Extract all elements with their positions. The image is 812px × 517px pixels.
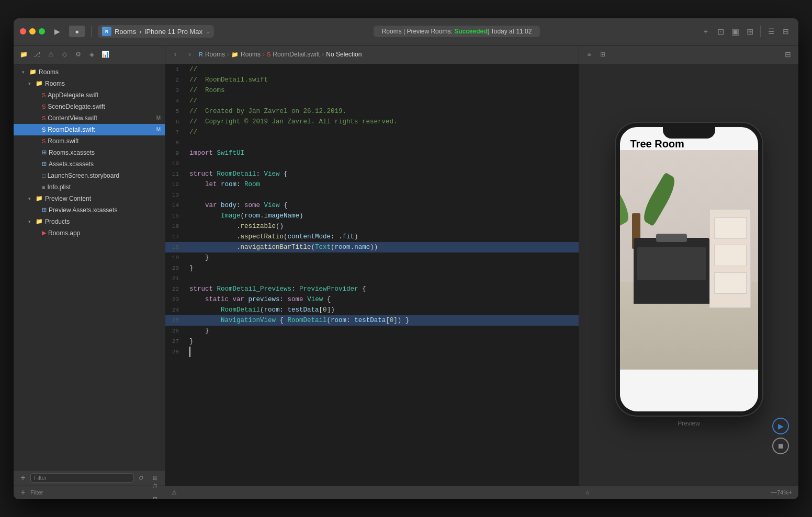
preview-panel: ≡ ⊞ ⊟ Tree Room	[579, 45, 798, 486]
zoom-minus-button[interactable]: —	[771, 489, 777, 496]
run-button[interactable]: ▶	[49, 26, 65, 37]
preview-controls: ▶ ⏹	[772, 418, 789, 454]
sidebar-folder-icon-button[interactable]: 📁	[18, 49, 29, 60]
preview-inspector-button[interactable]: ⊟	[782, 48, 794, 61]
sidebar-item-roomdetail[interactable]: S RoomDetail.swift M	[14, 124, 165, 135]
sidebar-vcb-button[interactable]: ⎇	[31, 49, 43, 60]
stop-button[interactable]: ■	[69, 26, 85, 37]
xcassets-icon: ⊞	[42, 160, 47, 167]
preview-grid-button[interactable]: ⊞	[597, 49, 608, 60]
bottom-history-button[interactable]: ⏱	[149, 480, 161, 492]
phone-screen: Tree Room	[620, 127, 758, 411]
bottom-left: + Filter ⏱ ⊞	[14, 480, 165, 499]
sidebar-item-infoplist[interactable]: ≡ Info.plist	[14, 181, 165, 193]
sidebar-item-label: Rooms	[45, 80, 65, 87]
sidebar-item-contentview[interactable]: S ContentView.swift M	[14, 112, 165, 124]
code-line-9: 9 import SwiftUI	[165, 148, 579, 158]
code-line-26: 26 }	[165, 326, 579, 336]
sofa-cushion	[656, 234, 686, 242]
bottom-add-button[interactable]: +	[18, 487, 28, 498]
sidebar-item-label: Preview Assets.xcassets	[49, 206, 117, 214]
breadcrumb-item-2[interactable]: Rooms	[241, 51, 261, 58]
code-text: // RoomDetail.swift	[187, 75, 579, 85]
sidebar-debug-button[interactable]: ⚙	[72, 49, 84, 60]
sidebar-item-appdelegate[interactable]: S AppDelegate.swift	[14, 89, 165, 101]
sidebar-item-label: Products	[45, 218, 70, 225]
sidebar-item-room[interactable]: S Room.swift	[14, 135, 165, 147]
status-success-text: Succeeded	[454, 28, 487, 35]
sidebar-item-preview-assets[interactable]: ⊞ Preview Assets.xcassets	[14, 204, 165, 216]
editor-area: ‹ › R Rooms › 📁 Rooms › S RoomDetail.swi…	[165, 45, 579, 486]
bottom-issue-button[interactable]: ⚠	[172, 489, 179, 496]
editor-forward-button[interactable]: ›	[184, 49, 196, 60]
code-line-20: 20 }	[165, 263, 579, 273]
add-editor-button[interactable]: +	[700, 25, 712, 38]
scheme-separator: ›	[139, 28, 141, 36]
preview-list-button[interactable]: ≡	[583, 49, 595, 60]
bottom-sort-button[interactable]: ⊞	[149, 492, 161, 499]
breadcrumb-item-3[interactable]: RoomDetail.swift	[273, 51, 320, 58]
code-line-15: 15 Image(room.imageName)	[165, 211, 579, 221]
sidebar-item-launchscreen[interactable]: □ LaunchScreen.storyboard	[14, 170, 165, 181]
scheme-selector[interactable]: R Rooms › iPhone 11 Pro Max ⌄	[98, 25, 214, 38]
breadcrumb-item-1[interactable]: Rooms	[205, 51, 225, 58]
star-icon: ☆	[585, 489, 590, 496]
zoom-button[interactable]	[39, 28, 45, 35]
code-text: }	[187, 336, 579, 347]
code-line-13: 13	[165, 190, 579, 200]
code-text: // Created by Jan Zavrel on 26.12.2019.	[187, 106, 579, 117]
editor-toolbar: ‹ › R Rooms › 📁 Rooms › S RoomDetail.swi…	[165, 45, 579, 64]
preview-stop-button[interactable]: ⏹	[772, 438, 789, 454]
layout-single-button[interactable]: ▣	[729, 25, 741, 38]
preview-play-button[interactable]: ▶	[772, 418, 789, 434]
sidebar-item-preview-content[interactable]: 📁 Preview Content	[14, 193, 165, 204]
phone-image-area	[620, 150, 758, 370]
bottom-filter-label: Filter	[30, 489, 43, 496]
sidebar-item-rooms-xcassets[interactable]: ⊞ Rooms.xcassets	[14, 147, 165, 158]
code-line-25: 25 NavigationView { RoomDetail(room: tes…	[165, 315, 579, 326]
layout-split-button[interactable]: ⊞	[743, 25, 756, 38]
navigator-toggle-button[interactable]: ☰	[765, 25, 777, 38]
sidebar-test-button[interactable]: ◇	[59, 49, 70, 60]
code-line-3: 3 // Rooms	[165, 85, 579, 96]
line-number: 1	[165, 64, 185, 75]
line-number: 22	[165, 284, 185, 294]
code-text: }	[187, 252, 579, 263]
folder-icon: 📁	[36, 218, 43, 225]
swift-file-icon: S	[42, 138, 46, 144]
main-area: 📁 ⎇ ⚠ ◇ ⚙ ◈ 📊 📁 Rooms 📁 Roo	[14, 45, 798, 486]
inspector-toggle-button[interactable]: ⊟	[780, 25, 792, 38]
zoom-plus-button[interactable]: +	[788, 489, 792, 496]
toolbar-divider2	[760, 26, 761, 37]
minimize-button[interactable]	[29, 28, 36, 35]
chevron-icon	[28, 81, 33, 86]
sidebar-alert-button[interactable]: ⚠	[45, 49, 57, 60]
dresser-drawer-2	[714, 245, 747, 266]
modified-badge: M	[156, 115, 161, 121]
sidebar-item-scenedelegate[interactable]: S SceneDelegate.swift	[14, 101, 165, 112]
breadcrumb-item-4[interactable]: No Selection	[326, 51, 362, 58]
issue-icon: ⚠	[172, 489, 177, 496]
editor-back-button[interactable]: ‹	[170, 49, 181, 60]
sidebar-item-products[interactable]: 📁 Products	[14, 216, 165, 227]
sidebar-item-rooms-app[interactable]: ▶ Rooms.app	[14, 227, 165, 239]
close-button[interactable]	[20, 28, 26, 35]
code-text: RoomDetail(room: testData[0])	[187, 305, 579, 315]
chevron-icon	[28, 196, 33, 201]
folder-icon: 📁	[36, 80, 43, 87]
sidebar-breakpoint-button[interactable]: ◈	[86, 49, 97, 60]
code-text	[187, 347, 579, 357]
chevron-icon	[22, 70, 27, 75]
sidebar-report-button[interactable]: 📊	[99, 49, 111, 60]
bottom-icons: ⏱ ⊞	[149, 480, 161, 499]
code-line-28: 28	[165, 347, 579, 357]
sidebar-item-root-rooms[interactable]: 📁 Rooms	[14, 66, 165, 78]
breadcrumb-folder-icon: 📁	[231, 51, 239, 58]
sidebar-item-rooms-folder[interactable]: 📁 Rooms	[14, 78, 165, 89]
split-horizontal-button[interactable]: ⊡	[714, 25, 727, 38]
sidebar-item-assets[interactable]: ⊞ Assets.xcassets	[14, 158, 165, 170]
editor-content[interactable]: 1 // 2 // RoomDetail.swift 3 // Rooms 4	[165, 64, 579, 486]
sidebar-content: 📁 Rooms 📁 Rooms S AppDelegate.swift S	[14, 64, 165, 470]
line-number: 27	[165, 336, 185, 347]
line-number: 20	[165, 263, 185, 273]
